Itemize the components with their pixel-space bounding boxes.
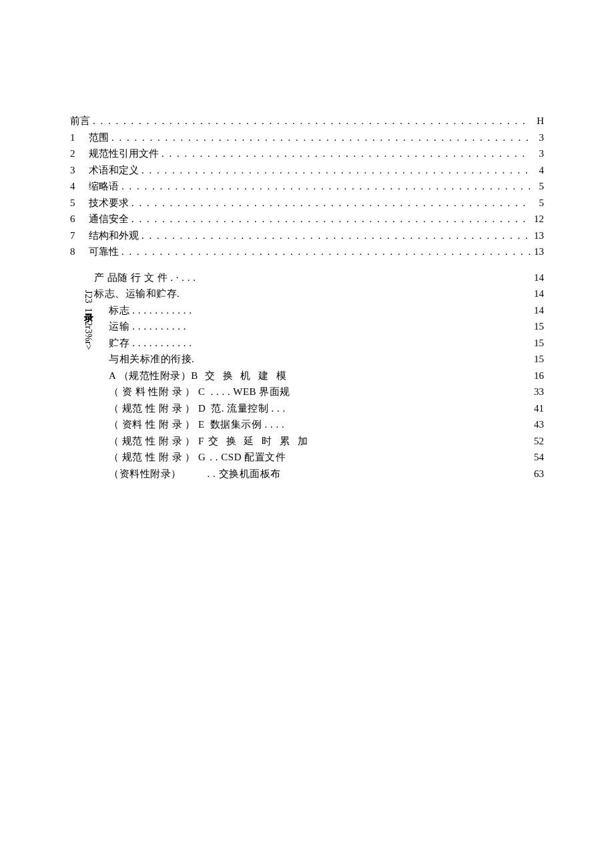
toc-page: 4	[531, 163, 544, 178]
toc-number: 2	[70, 146, 89, 161]
toc-page: 43	[531, 417, 544, 432]
toc-label: （ 规范 性 附 录 ） G	[109, 450, 206, 465]
toc-label: 运输 . . . . . . . . . .	[109, 319, 186, 334]
toc-label: 产 品随 行 文 件 . · . . .	[94, 270, 196, 286]
toc-dots: . . . . . . . . . . . . . . . . . . . . …	[119, 244, 531, 260]
toc-page: 41	[531, 401, 544, 416]
toc-page: 5	[531, 195, 544, 211]
toc-sub-row: （ 规范 性 附 录 ） F 交 换 延 时 累 加 52	[70, 434, 544, 449]
toc-tail: . . . . WEB 界面规	[211, 384, 290, 400]
toc-label: 通信安全	[89, 211, 129, 227]
toc-page: 14	[531, 286, 544, 302]
toc-number: 3	[70, 163, 89, 178]
toc-sub-row: 与相关标准的衔接. 15	[70, 352, 544, 367]
toc-number: 7	[70, 228, 89, 244]
toc-tail: 交 换 延 时 累 加	[208, 434, 310, 449]
toc-label: 缩略语	[89, 179, 119, 194]
toc-tail: 数据集示例 . . . .	[210, 417, 285, 432]
toc-label: 技术要求	[89, 195, 129, 211]
toc-page: 33	[531, 384, 544, 400]
toc-label: 标志、运输和贮存.	[94, 286, 180, 302]
toc-page: 54	[531, 450, 544, 465]
toc-label: 结构和外观	[89, 228, 139, 244]
toc-page: 16	[531, 368, 544, 384]
toc-number: 4	[70, 179, 89, 194]
toc-label: 可靠性	[89, 244, 119, 260]
toc-number: 5	[70, 195, 89, 211]
toc-row: 6 通信安全 . . . . . . . . . . . . . . . . .…	[70, 211, 544, 227]
toc-label: 标志 . . . . . . . . . . .	[109, 303, 192, 318]
toc-label: （资料性附录）	[109, 466, 182, 482]
toc-page: 14	[531, 303, 544, 318]
toc-number: 8	[70, 244, 89, 260]
toc-dots: . . . . . . . . . . . . . . . . . . . . …	[159, 146, 531, 161]
toc-sub-section: J23 录录录录录录录 1112r3%r> 产 品随 行 文 件 . · . .…	[70, 270, 544, 482]
toc-number: 6	[70, 211, 89, 227]
toc-tail: . . 交换机面板布	[196, 466, 281, 482]
toc-sub-row: （资料性附录） . . 交换机面板布 63	[70, 466, 544, 482]
toc-dots: . . . . . . . . . . . . . . . . . . . . …	[139, 228, 531, 244]
toc-label: 前言	[70, 113, 90, 129]
toc-row: 7 结构和外观 . . . . . . . . . . . . . . . . …	[70, 228, 544, 244]
toc-page: 15	[531, 336, 544, 351]
toc-row-preface: 前言 . . . . . . . . . . . . . . . . . . .…	[70, 113, 544, 129]
toc-label: 术语和定义	[89, 163, 139, 178]
toc-label: 规范性引用文件	[89, 146, 159, 161]
toc-label: （ 资料 性 附 录 ） E	[109, 417, 205, 432]
toc-main-section: 前言 . . . . . . . . . . . . . . . . . . .…	[70, 113, 544, 260]
toc-sub-row: （ 资料 性 附 录 ） E 数据集示例 . . . . 43	[70, 417, 544, 432]
toc-label: 贮存 . . . . . . . . . . .	[109, 336, 192, 351]
toc-label: 与相关标准的衔接.	[109, 352, 194, 367]
toc-sub-row: 产 品随 行 文 件 . · . . . 14	[70, 270, 544, 286]
toc-dots: . . . . . . . . . . . . . . . . . . . . …	[129, 195, 531, 211]
toc-page: 5	[531, 179, 544, 194]
toc-page: 3	[531, 146, 544, 161]
toc-sub-row: （ 规范 性 附 录 ） D 范. 流量控制 . . . 41	[70, 401, 544, 416]
toc-page: 13	[531, 244, 544, 260]
toc-page: H	[531, 113, 544, 129]
toc-page: 13	[531, 228, 544, 244]
toc-label: （ 规范 性 附 录 ） D	[109, 401, 206, 416]
toc-sub-row: A （规范性附录）B 交 换 机 建 模 16	[70, 368, 544, 384]
toc-page: 15	[531, 352, 544, 367]
toc-number: 1	[70, 130, 89, 145]
toc-dots: . . . . . . . . . . . . . . . . . . . . …	[139, 163, 531, 178]
toc-tail: 交 换 机 建 模	[205, 368, 289, 384]
toc-row: 1 范围 . . . . . . . . . . . . . . . . . .…	[70, 130, 544, 145]
toc-sub-row: 运输 . . . . . . . . . . 15	[70, 319, 544, 334]
toc-page: 15	[531, 319, 544, 334]
toc-label: A （规范性附录）B	[109, 368, 198, 384]
vertical-margin-text: J23 录录录录录录录 1112r3%r>	[82, 290, 94, 444]
toc-dots: . . . . . . . . . . . . . . . . . . . . …	[109, 130, 531, 145]
toc-page: 52	[531, 434, 544, 449]
toc-sub-row: 贮存 . . . . . . . . . . . 15	[70, 336, 544, 351]
toc-row: 8 可靠性 . . . . . . . . . . . . . . . . . …	[70, 244, 544, 260]
toc-dots: . . . . . . . . . . . . . . . . . . . . …	[119, 179, 531, 194]
toc-sub-row: （ 规范 性 附 录 ） G . . CSD 配置文件 54	[70, 450, 544, 465]
toc-row: 3 术语和定义 . . . . . . . . . . . . . . . . …	[70, 163, 544, 178]
toc-page: 3	[531, 130, 544, 145]
toc-page: 12	[531, 211, 544, 227]
toc-label: （ 资 料 性附 录 ） C	[109, 384, 206, 400]
toc-label: （ 规范 性 附 录 ） F	[109, 434, 204, 449]
toc-tail: 范. 流量控制 . . .	[211, 401, 286, 416]
toc-sub-row: （ 资 料 性附 录 ） C . . . . WEB 界面规 33	[70, 384, 544, 400]
toc-row: 2 规范性引用文件 . . . . . . . . . . . . . . . …	[70, 146, 544, 161]
toc-dots: . . . . . . . . . . . . . . . . . . . . …	[90, 113, 531, 129]
toc-page: 63	[531, 466, 544, 482]
toc-dots: . . . . . . . . . . . . . . . . . . . . …	[129, 211, 531, 227]
toc-label: 范围	[89, 130, 109, 145]
toc-row: 5 技术要求 . . . . . . . . . . . . . . . . .…	[70, 195, 544, 211]
toc-sub-row: 标志 . . . . . . . . . . . 14	[70, 303, 544, 318]
toc-row: 4 缩略语 . . . . . . . . . . . . . . . . . …	[70, 179, 544, 194]
toc-sub-row: 标志、运输和贮存. 14	[70, 286, 544, 302]
toc-page: 14	[531, 270, 544, 286]
toc-tail: . . CSD 配置文件	[210, 450, 286, 465]
